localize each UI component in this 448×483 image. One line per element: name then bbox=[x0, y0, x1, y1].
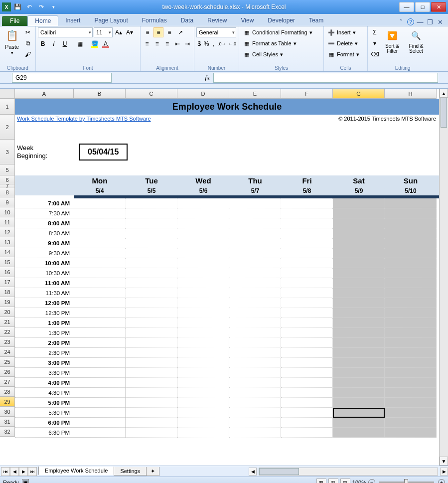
ribbon-tab-team[interactable]: Team bbox=[302, 15, 330, 26]
select-all-corner[interactable] bbox=[0, 89, 15, 99]
schedule-cell[interactable] bbox=[74, 258, 126, 268]
schedule-cell[interactable] bbox=[385, 208, 437, 218]
time-row[interactable]: 5:30 PM bbox=[15, 408, 439, 418]
schedule-cell[interactable] bbox=[177, 398, 229, 408]
schedule-cell[interactable] bbox=[385, 328, 437, 338]
schedule-cell[interactable] bbox=[281, 278, 333, 288]
maximize-button[interactable]: □ bbox=[415, 2, 430, 12]
worksheet-area[interactable]: ABCDEFGH 1235678910111213141516171819202… bbox=[0, 89, 448, 466]
schedule-cell[interactable] bbox=[177, 278, 229, 288]
schedule-cell[interactable] bbox=[229, 338, 281, 348]
schedule-cell[interactable] bbox=[333, 198, 385, 208]
time-row[interactable]: 5:00 PM bbox=[15, 398, 439, 408]
underline-button[interactable]: U bbox=[60, 39, 70, 49]
time-row[interactable]: 2:00 PM bbox=[15, 338, 439, 348]
schedule-cell[interactable] bbox=[385, 408, 437, 418]
qat-undo-icon[interactable]: ↶ bbox=[24, 1, 35, 12]
schedule-cell[interactable] bbox=[385, 308, 437, 318]
schedule-cell[interactable] bbox=[177, 208, 229, 218]
schedule-cell[interactable] bbox=[281, 408, 333, 418]
qat-save-icon[interactable]: 💾 bbox=[12, 1, 23, 12]
align-top-icon[interactable]: ≡ bbox=[143, 27, 152, 37]
col-header-D[interactable]: D bbox=[177, 89, 229, 99]
schedule-cell[interactable] bbox=[333, 278, 385, 288]
schedule-cell[interactable] bbox=[229, 418, 281, 428]
col-header-G[interactable]: G bbox=[333, 89, 385, 99]
schedule-cell[interactable] bbox=[126, 348, 177, 358]
row-header-28[interactable]: 28 bbox=[0, 387, 15, 397]
row-header-22[interactable]: 22 bbox=[0, 327, 15, 337]
time-row[interactable]: 6:00 PM bbox=[15, 418, 439, 428]
decrease-indent-icon[interactable]: ⇤ bbox=[173, 39, 182, 49]
align-bottom-icon[interactable]: ≡ bbox=[164, 27, 174, 37]
conditional-formatting-button[interactable]: ▦Conditional Formatting ▾ bbox=[241, 27, 321, 37]
schedule-cell[interactable] bbox=[333, 218, 385, 228]
week-beginning-date[interactable]: 05/04/15 bbox=[79, 144, 128, 161]
schedule-cell[interactable] bbox=[229, 388, 281, 398]
schedule-cell[interactable] bbox=[229, 328, 281, 338]
schedule-cell[interactable] bbox=[333, 258, 385, 268]
row-header-8[interactable]: 8 bbox=[0, 187, 15, 197]
new-sheet-tab[interactable]: ✦ bbox=[146, 467, 159, 476]
schedule-cell[interactable] bbox=[126, 228, 177, 238]
schedule-cell[interactable] bbox=[281, 338, 333, 348]
page-layout-view-icon[interactable]: ▥ bbox=[328, 479, 338, 483]
schedule-cell[interactable] bbox=[281, 208, 333, 218]
schedule-cell[interactable] bbox=[177, 318, 229, 328]
row-header-9[interactable]: 9 bbox=[0, 197, 15, 207]
schedule-cell[interactable] bbox=[74, 248, 126, 258]
schedule-cell[interactable] bbox=[281, 238, 333, 248]
schedule-cell[interactable] bbox=[177, 378, 229, 388]
font-color-icon[interactable]: A bbox=[101, 39, 111, 49]
schedule-cell[interactable] bbox=[333, 368, 385, 378]
schedule-cell[interactable] bbox=[177, 298, 229, 308]
schedule-cell[interactable] bbox=[74, 318, 126, 328]
find-select-button[interactable]: 🔍 Find & Select bbox=[405, 27, 428, 65]
schedule-cell[interactable] bbox=[333, 388, 385, 398]
italic-button[interactable]: I bbox=[49, 39, 59, 49]
zoom-level[interactable]: 100% bbox=[352, 480, 366, 483]
row-header-10[interactable]: 10 bbox=[0, 207, 15, 217]
row-header-13[interactable]: 13 bbox=[0, 237, 15, 247]
schedule-cell[interactable] bbox=[177, 288, 229, 298]
schedule-cell[interactable] bbox=[126, 408, 177, 418]
schedule-cell[interactable] bbox=[126, 358, 177, 368]
ribbon-tab-page-layout[interactable]: Page Layout bbox=[87, 15, 135, 26]
schedule-cell[interactable] bbox=[177, 338, 229, 348]
paste-button[interactable]: 📋 Paste ▾ bbox=[2, 27, 22, 65]
schedule-cell[interactable] bbox=[385, 238, 437, 248]
row-header-17[interactable]: 17 bbox=[0, 277, 15, 287]
schedule-cell[interactable] bbox=[281, 328, 333, 338]
vertical-scrollbar[interactable]: ▲ ▼ bbox=[439, 89, 448, 466]
insert-cells-button[interactable]: ➕Insert ▾ bbox=[326, 27, 365, 37]
autosum-icon[interactable]: Σ bbox=[370, 27, 380, 37]
file-tab[interactable]: File bbox=[2, 16, 27, 26]
schedule-cell[interactable] bbox=[177, 358, 229, 368]
schedule-cell[interactable] bbox=[229, 218, 281, 228]
comma-icon[interactable]: , bbox=[210, 39, 216, 49]
schedule-cell[interactable] bbox=[229, 398, 281, 408]
align-middle-icon[interactable]: ≡ bbox=[153, 27, 163, 37]
schedule-cell[interactable] bbox=[126, 278, 177, 288]
schedule-cell[interactable] bbox=[385, 198, 437, 208]
schedule-cell[interactable] bbox=[281, 398, 333, 408]
schedule-cell[interactable] bbox=[74, 328, 126, 338]
schedule-cell[interactable] bbox=[229, 198, 281, 208]
schedule-cell[interactable] bbox=[281, 318, 333, 328]
zoom-out-icon[interactable]: − bbox=[368, 479, 375, 483]
schedule-cell[interactable] bbox=[177, 218, 229, 228]
fx-label[interactable]: fx bbox=[201, 74, 213, 82]
schedule-cell[interactable] bbox=[333, 208, 385, 218]
schedule-cell[interactable] bbox=[385, 348, 437, 358]
schedule-cell[interactable] bbox=[229, 228, 281, 238]
schedule-cell[interactable] bbox=[74, 208, 126, 218]
schedule-cell[interactable] bbox=[126, 248, 177, 258]
schedule-cell[interactable] bbox=[229, 318, 281, 328]
orientation-icon[interactable]: ↗ bbox=[175, 27, 185, 37]
schedule-cell[interactable] bbox=[333, 268, 385, 278]
increase-font-icon[interactable]: A▴ bbox=[114, 27, 124, 37]
sort-filter-button[interactable]: 🔽 Sort & Filter bbox=[381, 27, 404, 65]
schedule-cell[interactable] bbox=[74, 218, 126, 228]
time-row[interactable]: 11:30 AM bbox=[15, 288, 439, 298]
row-header-29[interactable]: 29 bbox=[0, 397, 15, 407]
